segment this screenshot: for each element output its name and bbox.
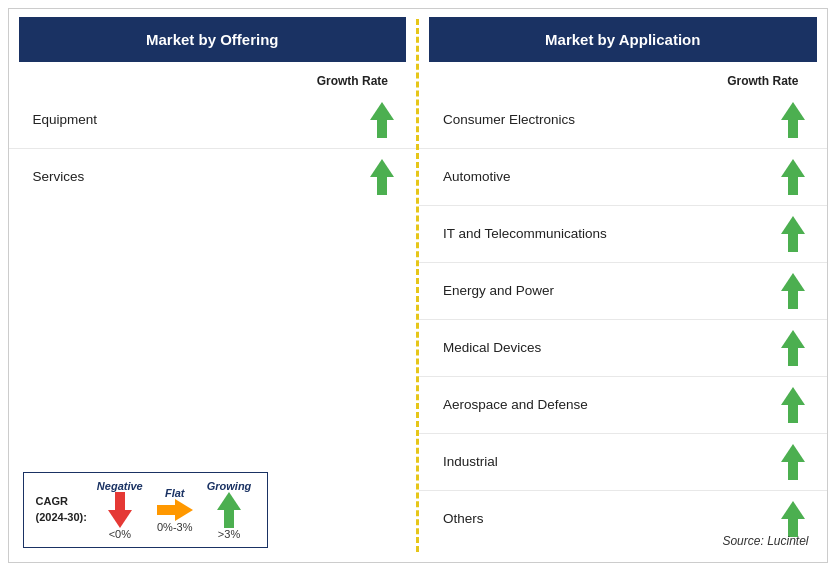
item-label-aerospace-defense: Aerospace and Defense (443, 397, 588, 412)
list-item: Aerospace and Defense (419, 377, 827, 434)
arrow-up-green-icon (779, 387, 807, 423)
legend-box: CAGR(2024-30): Negative <0% Flat 0%-3% G… (23, 472, 269, 548)
legend-negative-value: <0% (109, 528, 131, 540)
list-item: Equipment (9, 92, 417, 149)
arrow-up-green-icon (779, 273, 807, 309)
arrow-up-green-icon (779, 501, 807, 537)
legend-cagr-label: CAGR(2024-30): (36, 494, 87, 525)
list-item: Services (9, 149, 417, 205)
arrow-up-green-icon (779, 444, 807, 480)
list-item: Industrial (419, 434, 827, 491)
arrow-up-green-icon (779, 330, 807, 366)
item-label-equipment: Equipment (33, 112, 98, 127)
legend-negative-label: Negative (97, 480, 143, 492)
legend-flat-value: 0%-3% (157, 521, 192, 533)
right-growth-label: Growth Rate (419, 74, 827, 92)
legend-flat: Flat 0%-3% (157, 487, 193, 533)
item-label-services: Services (33, 169, 85, 184)
legend-negative: Negative <0% (97, 480, 143, 540)
arrow-up-green-icon (779, 216, 807, 252)
list-item: Medical Devices (419, 320, 827, 377)
item-label-it-telecom: IT and Telecommunications (443, 226, 607, 241)
legend-flat-label: Flat (165, 487, 185, 499)
arrow-right-orange-icon (157, 499, 193, 521)
arrow-up-green-icon (215, 492, 243, 528)
arrow-up-green-icon (779, 102, 807, 138)
left-panel-header: Market by Offering (19, 17, 407, 62)
list-item: Automotive (419, 149, 827, 206)
legend-growing-label: Growing (207, 480, 252, 492)
list-item: Consumer Electronics (419, 92, 827, 149)
list-item: IT and Telecommunications (419, 206, 827, 263)
right-panel: Market by Application Growth Rate Consum… (419, 9, 827, 562)
source-label: Source: Lucintel (722, 534, 808, 548)
right-items-area: Consumer Electronics Automotive IT and T… (419, 92, 827, 552)
item-label-medical-devices: Medical Devices (443, 340, 541, 355)
item-label-automotive: Automotive (443, 169, 511, 184)
legend-growing: Growing >3% (207, 480, 252, 540)
arrow-down-red-icon (106, 492, 134, 528)
right-panel-header: Market by Application (429, 17, 817, 62)
legend-growing-value: >3% (218, 528, 240, 540)
arrow-up-green-icon (368, 102, 396, 138)
item-label-industrial: Industrial (443, 454, 498, 469)
item-label-energy-power: Energy and Power (443, 283, 554, 298)
list-item: Energy and Power (419, 263, 827, 320)
main-container: Market by Offering Growth Rate Equipment… (8, 8, 828, 563)
arrow-up-green-icon (779, 159, 807, 195)
item-label-consumer-electronics: Consumer Electronics (443, 112, 575, 127)
left-growth-label: Growth Rate (9, 74, 417, 92)
item-label-others: Others (443, 511, 484, 526)
arrow-up-green-icon (368, 159, 396, 195)
